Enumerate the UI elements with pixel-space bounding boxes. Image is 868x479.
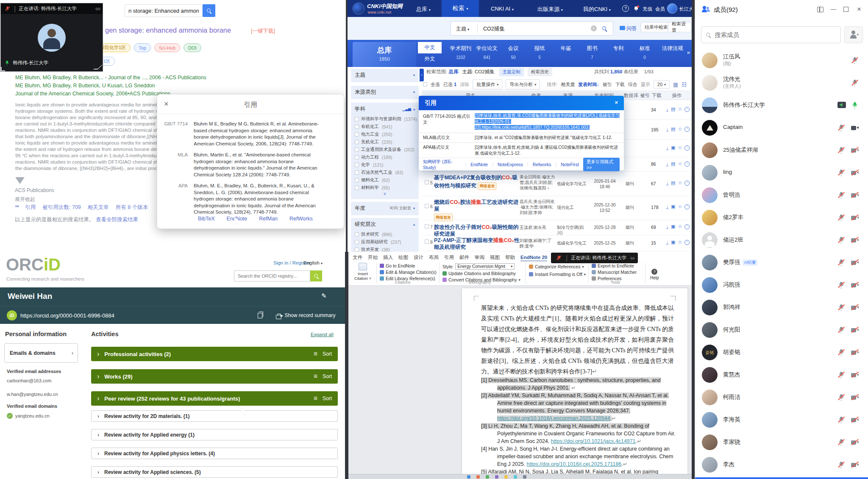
favorite-icon[interactable]: ☆: [678, 106, 682, 112]
tab-references[interactable]: 引用: [444, 254, 454, 261]
categorize-references-button[interactable]: Categorize References ▾: [529, 264, 586, 269]
search-icon[interactable]: [602, 25, 607, 33]
language-select[interactable]: English ▾: [303, 260, 323, 265]
facet-item[interactable]: 技术开发(38): [351, 246, 419, 252]
nav-zongku[interactable]: 总库 ▾: [416, 6, 431, 13]
facet-item[interactable]: 无机化工(235): [351, 138, 419, 146]
member-search-input[interactable]: [715, 31, 825, 38]
sort-button[interactable]: Sort: [323, 395, 332, 401]
row-title-link[interactable]: PZ-AMP-正丁醇液固相变捕集CO₂性能及机理研究: [434, 237, 521, 251]
export-analyze-button[interactable]: 导出与分析▾: [506, 79, 540, 89]
section-works[interactable]: ›Works (29) ≡Sort: [91, 369, 338, 384]
org-avatar[interactable]: [667, 3, 677, 14]
close-icon[interactable]: ×: [615, 99, 618, 106]
facet-item[interactable]: 工业通用技术及设备(202): [351, 146, 419, 153]
field-select[interactable]: 主题 ▾: [456, 25, 469, 33]
tab-foreign[interactable]: 外文: [418, 53, 442, 65]
endnote-link[interactable]: EndNote: [227, 216, 248, 222]
doi-link[interactable]: https://doi.org/10.1016/j.enconman.2025.…: [497, 415, 610, 421]
tab-insert[interactable]: 插入: [383, 254, 393, 261]
tab-chinese[interactable]: 中文: [418, 42, 442, 53]
taskbar-icon[interactable]: [476, 475, 480, 479]
search-settings-button[interactable]: 检索设置: [668, 22, 692, 32]
tab-laws[interactable]: 法律法规: [658, 45, 687, 55]
result-row-5[interactable]: 5 基于MDEA+PZ复合吸收剂的CO₂吸收特性与模拟研究 网络首发 美合日阿依…: [422, 172, 692, 196]
minimize-icon[interactable]: [831, 9, 836, 10]
edit-manage-citations-button[interactable]: Edit & Manage Citation(s): [380, 270, 437, 275]
badge-doi[interactable]: DOI: [184, 43, 201, 52]
member-row[interactable]: 沈伟光(主持人): [695, 72, 868, 94]
more-formats-button[interactable]: 更多引用格式 >>: [583, 158, 620, 171]
camera-on-icon[interactable]: [851, 124, 859, 131]
member-row[interactable]: 冯凯强: [695, 274, 868, 296]
tab-theses[interactable]: 学位论文641: [474, 45, 500, 60]
row-title-link[interactable]: 基于MDEA+PZ复合吸收剂的CO₂吸收特性与模拟研究 网络首发: [434, 174, 519, 190]
member-row[interactable]: 25油储孟祥湖: [695, 139, 868, 162]
review-row-applied-energy[interactable]: ›Review activity for Applied energy (1): [91, 429, 338, 440]
windows-taskbar[interactable]: [348, 474, 692, 479]
member-row[interactable]: Captain: [695, 117, 868, 139]
facet-source-type[interactable]: 来源类别▾: [351, 86, 419, 99]
result-title-link[interactable]: gen storage: enhanced ammonia borane: [105, 26, 231, 34]
download-icon[interactable]: ↓: [666, 107, 668, 111]
member-row[interactable]: 李海英: [695, 409, 868, 431]
update-citations-button[interactable]: Update Citations and Bibliography: [442, 271, 520, 276]
tab-journals[interactable]: 学术期刊1102: [448, 45, 474, 60]
sort-relevance[interactable]: 相关度: [561, 81, 575, 88]
paragraph[interactable]: 展望未来，火焰合成 CNTs 的研究将继续集中在提高合成效率、降低成本以及实现 …: [481, 303, 674, 377]
tab-conferences[interactable]: 会议50: [500, 45, 526, 60]
manuscript-matcher-button[interactable]: Manuscript Matcher: [592, 270, 637, 275]
cnki-estudy-link[interactable]: 知网研学 (原E-Study): [423, 159, 461, 170]
copy-icon[interactable]: [258, 313, 262, 318]
cite-link[interactable]: 引用: [25, 204, 36, 211]
member-row[interactable]: 储运2班: [695, 229, 868, 251]
refworks-link[interactable]: Refworks: [533, 162, 551, 167]
sidebar-toggle-icon[interactable]: [817, 7, 823, 12]
maximize-icon[interactable]: [843, 7, 849, 12]
section-professional-activities[interactable]: ›Professional activities (2) ≡Sort: [91, 347, 338, 361]
facet-item[interactable]: 应用基础研究(237): [351, 238, 419, 246]
facet-item[interactable]: 技术研究(896): [351, 231, 419, 238]
facet-item[interactable]: 材料科学(55): [351, 184, 419, 192]
video-overlay[interactable]: | 正在讲话: 韩伟伟-长江大学 ◆◆ 韩伟伟-长江大学: [1, 3, 103, 71]
qa-link[interactable]: 问答: [620, 25, 637, 32]
member-row[interactable]: 樊厚强AI纪要: [695, 251, 868, 274]
tab-review[interactable]: 审阅: [475, 254, 484, 261]
member-row[interactable]: 曾明浩: [695, 184, 868, 206]
review-row-applied-sciences[interactable]: ›Review activity for Applied sciences. (…: [91, 466, 338, 478]
orcid-search-input[interactable]: [234, 270, 310, 281]
doi-link[interactable]: https://doi.org/10.1016/j.cej.2025.17118…: [527, 461, 622, 467]
tab-design[interactable]: 设计: [414, 254, 423, 261]
scope-db[interactable]: 总库: [448, 69, 458, 74]
scholar-search-button[interactable]: [203, 4, 215, 17]
endnote-link[interactable]: EndNote: [470, 162, 488, 167]
cited-by-link[interactable]: 被引用次数: 709: [43, 204, 81, 211]
grid-view-icon[interactable]: ▦: [673, 81, 678, 88]
member-row[interactable]: ling: [695, 162, 868, 184]
tab-standards[interactable]: 标准0: [632, 45, 658, 60]
camera-muted-icon[interactable]: [851, 147, 859, 154]
batch-actions-button[interactable]: 批量操作▾: [473, 79, 502, 89]
member-row[interactable]: 李家骁: [695, 431, 868, 454]
scholar-search-input[interactable]: [125, 4, 203, 17]
tab-yearbooks[interactable]: 年鉴: [553, 45, 579, 55]
edit-pencil-icon[interactable]: ✎: [321, 292, 327, 300]
review-row-2d-materials[interactable]: ›Review activity for 2D materials. (1): [91, 410, 338, 422]
row-authors[interactable]: 美合日阿依·穆太力普;昌兵兵;刘欣甜;张增伟;魏晨阳 ›: [520, 174, 556, 191]
page-size-select[interactable]: 20▾: [654, 80, 670, 89]
export-to-endnote-button[interactable]: Export to EndNote: [592, 263, 637, 268]
help-button[interactable]: ? Help: [650, 269, 659, 280]
show-record-summary[interactable]: ▸ Show record summary: [281, 312, 335, 318]
member-row[interactable]: 储2罗丰: [695, 206, 868, 229]
related-articles-link[interactable]: 相关文章: [88, 204, 109, 211]
result-row-7[interactable]: 7 胺改性介孔分子筛对CO₂吸附性能的研究进展 王漾君;谢永亮 制冷与空调(四川…: [422, 220, 692, 235]
tab-mailings[interactable]: 邮件: [459, 254, 469, 261]
tab-view[interactable]: 视图: [490, 254, 500, 261]
resize-handle[interactable]: [93, 64, 103, 70]
facet-item[interactable]: 化学(121): [351, 161, 419, 169]
select-all-label[interactable]: 全选: [431, 81, 440, 88]
facet-item[interactable]: 环境科学与资源利用(1374): [351, 115, 419, 123]
checkbox[interactable]: [355, 117, 359, 121]
mic-muted-icon[interactable]: [851, 57, 858, 64]
member-row-partial[interactable]: 李杰: [695, 454, 868, 476]
